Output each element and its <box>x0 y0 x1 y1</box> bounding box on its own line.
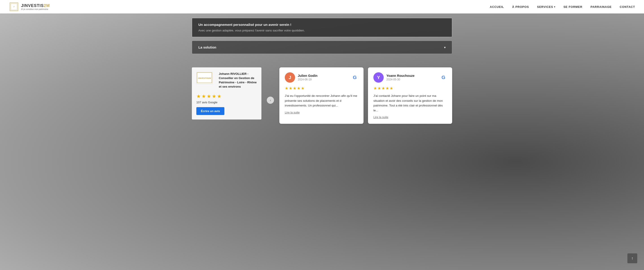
business-card: JINVESTIS2M Johann RIVOLLIER - Conseille… <box>192 67 262 120</box>
reviewer-left-2: Y Yoann Rouchouze 2024-05-30 <box>374 72 414 83</box>
review-stars-1: ★ ★ ★ ★ ★ <box>285 86 358 91</box>
accordion-item-1: Un accompagnement personnalisé pour un a… <box>192 18 452 37</box>
logo[interactable]: J JINVESTIS2M Et je constitue mon patrim… <box>9 2 50 12</box>
reviews-section: JINVESTIS2M Johann RIVOLLIER - Conseille… <box>187 63 457 137</box>
reviewer-name-1: Julien Godin <box>298 74 318 78</box>
business-logo: JINVESTIS2M <box>196 72 212 84</box>
reviewer-date-2: 2024-05-30 <box>386 78 414 81</box>
nav-se-former[interactable]: SE FORMER <box>564 5 582 9</box>
nav-a-propos[interactable]: À PROPOS <box>512 5 529 9</box>
nav-contact[interactable]: CONTACT <box>620 5 635 9</box>
business-stars: ★ ★ ★ ★ ★ <box>196 93 257 99</box>
accordion-solution[interactable]: La solution ▾ <box>192 41 452 54</box>
review-stars-2: ★ ★ ★ ★ ★ <box>374 86 447 91</box>
accordion-title-1: Un accompagnement personnalisé pour un a… <box>198 23 305 27</box>
solution-header: La solution ▾ <box>192 41 452 54</box>
reviewer-header-2: Y Yoann Rouchouze 2024-05-30 G <box>374 72 447 83</box>
logo-tagline: Et je constitue mon patrimoine <box>21 8 50 10</box>
carousel-prev-button[interactable]: ‹ <box>267 97 274 104</box>
reviewer-date-1: 2024-06-19 <box>298 78 318 81</box>
navbar: J JINVESTIS2M Et je constitue mon patrim… <box>0 0 644 14</box>
svg-text:J: J <box>14 6 14 8</box>
read-more-1[interactable]: Lire la suite <box>285 111 358 114</box>
nav-services[interactable]: SERVICES ▾ <box>537 5 555 9</box>
svg-text:G: G <box>442 75 445 80</box>
accordion-header-1[interactable]: Un accompagnement personnalisé pour un a… <box>192 18 452 37</box>
nav-links: ACCUEIL À PROPOS SERVICES ▾ SE FORMER PA… <box>490 5 635 9</box>
page-wrapper: Un accompagnement personnalisé pour un a… <box>0 0 644 270</box>
reviews-count: 107 avis Google <box>196 101 257 104</box>
reviewer-avatar-1: J <box>285 72 295 83</box>
content-area: Un accompagnement personnalisé pour un a… <box>0 14 644 142</box>
logo-brand: JINVESTIS2M <box>21 3 50 8</box>
review-cards: J Julien Godin 2024-06-19 G <box>279 67 452 124</box>
review-card-2: Y Yoann Rouchouze 2024-05-30 G <box>368 67 452 124</box>
review-text-1: J'ai eu l'opportunité de rencontrer Joha… <box>285 93 358 108</box>
carousel-nav-left: ‹ <box>267 67 274 104</box>
reviewer-name-2: Yoann Rouchouze <box>386 74 414 78</box>
accordion-accompagnement: Un accompagnement personnalisé pour un a… <box>192 18 452 37</box>
scroll-to-top-button[interactable]: ↑ <box>628 253 637 263</box>
review-card-1: J Julien Godin 2024-06-19 G <box>279 67 364 124</box>
solution-title: La solution <box>198 45 216 49</box>
google-icon-2: G <box>440 74 447 81</box>
write-review-button[interactable]: Écrire un avis <box>196 107 224 115</box>
svg-text:JINVESTIS2M: JINVESTIS2M <box>198 77 211 80</box>
business-name: Johann RIVOLLIER - Conseiller en Gestion… <box>219 72 257 89</box>
solution-chevron-icon: ▾ <box>444 46 446 49</box>
read-more-2[interactable]: Lire la suite <box>374 115 447 119</box>
accordion-subtitle-1: Avec une gestion adaptée, vous préparez … <box>198 29 305 32</box>
logo-icon: J <box>9 2 19 12</box>
svg-text:G: G <box>353 75 356 80</box>
nav-accueil[interactable]: ACCUEIL <box>490 5 504 9</box>
business-info: Johann RIVOLLIER - Conseiller en Gestion… <box>219 72 257 91</box>
nav-parrainage[interactable]: PARRAINAGE <box>590 5 612 9</box>
services-chevron-icon: ▾ <box>554 6 555 8</box>
google-icon-1: G <box>352 74 358 81</box>
review-text-2: J'ai contacté Johann pour faire un point… <box>374 93 447 113</box>
reviewer-left-1: J Julien Godin 2024-06-19 <box>285 72 318 83</box>
reviewer-avatar-2: Y <box>374 72 384 83</box>
reviewer-header-1: J Julien Godin 2024-06-19 G <box>285 72 358 83</box>
